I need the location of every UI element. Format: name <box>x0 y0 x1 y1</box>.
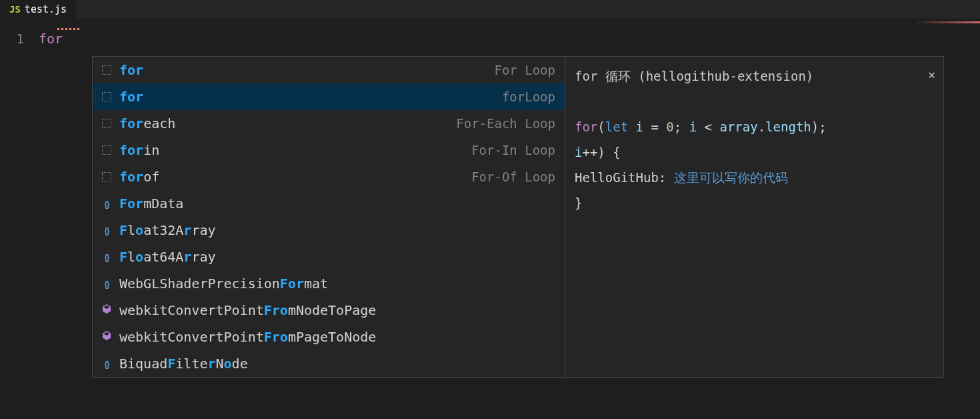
tab-filename: test.js <box>25 3 67 15</box>
tab-bar: JS test.js <box>0 0 980 19</box>
suggest-item[interactable]: { }BiquadFilterNode <box>93 350 565 377</box>
suggest-item-label: forin <box>119 142 471 158</box>
variable-icon: { } <box>105 359 109 369</box>
suggest-item-description: For-Each Loop <box>456 116 558 131</box>
suggest-list[interactable]: forFor LoopforforLoopforeachFor-Each Loo… <box>92 56 565 378</box>
suggest-item-label: foreach <box>119 115 456 131</box>
suggest-item-description: For-In Loop <box>471 143 558 157</box>
suggest-item[interactable]: webkitConvertPointFromPageToNode <box>93 324 565 350</box>
snippet-icon <box>102 92 111 101</box>
suggest-item-label: webkitConvertPointFromNodeToPage <box>119 302 558 318</box>
file-tab[interactable]: JS test.js <box>0 0 76 19</box>
suggest-item-description: For-Of Loop <box>471 169 558 184</box>
suggest-item-label: FormData <box>119 195 558 212</box>
js-file-icon: JS <box>9 4 21 15</box>
suggest-item-label: Float64Array <box>119 249 558 265</box>
suggest-details-title: for 循环 (hellogithub-extension) <box>575 63 934 89</box>
suggest-item-description: forLoop <box>502 89 558 104</box>
line-number-gutter: 1 <box>0 29 39 48</box>
error-squiggle <box>57 28 81 30</box>
suggest-item[interactable]: { }WebGLShaderPrecisionFormat <box>93 270 565 297</box>
suggest-item-description: For Loop <box>494 63 558 77</box>
suggest-item[interactable]: { }Float64Array <box>93 244 565 270</box>
function-icon <box>101 330 112 344</box>
snippet-icon <box>102 172 111 181</box>
typed-text: for <box>39 31 63 47</box>
function-icon <box>101 304 112 317</box>
suggest-item[interactable]: { }FormData <box>93 190 565 217</box>
suggest-item[interactable]: foreachFor-Each Loop <box>93 110 565 137</box>
editor[interactable]: 1 for <box>0 19 980 48</box>
suggest-item-label: for <box>119 62 494 78</box>
variable-icon: { } <box>105 199 109 209</box>
suggest-widget: forFor LoopforforLoopforeachFor-Each Loo… <box>92 56 944 378</box>
suggest-item[interactable]: webkitConvertPointFromNodeToPage <box>93 297 565 324</box>
suggest-item-label: forof <box>119 169 471 185</box>
snippet-icon <box>102 145 111 155</box>
code-line[interactable]: for <box>39 29 63 48</box>
suggest-item-label: WebGLShaderPrecisionFormat <box>119 276 558 292</box>
suggest-item-label: Float32Array <box>119 222 558 238</box>
suggest-item[interactable]: forFor Loop <box>93 57 565 83</box>
snippet-icon <box>102 119 111 128</box>
variable-icon: { } <box>105 279 109 289</box>
suggest-details-code: for(let i = 0; i < array.length); i++) {… <box>575 114 934 216</box>
suggest-item-label: BiquadFilterNode <box>119 356 558 372</box>
suggest-item[interactable]: { }Float32Array <box>93 217 565 244</box>
snippet-icon <box>102 65 111 75</box>
line-number: 1 <box>0 29 24 48</box>
suggest-item-label: webkitConvertPointFromPageToNode <box>119 329 558 345</box>
suggest-item[interactable]: forofFor-Of Loop <box>93 163 565 190</box>
variable-icon: { } <box>105 226 109 236</box>
suggest-details-panel: ✕ for 循环 (hellogithub-extension) for(let… <box>565 56 944 378</box>
suggest-item[interactable]: forinFor-In Loop <box>93 137 565 163</box>
suggest-item[interactable]: forforLoop <box>93 83 565 110</box>
variable-icon: { } <box>105 252 109 262</box>
suggest-item-label: for <box>119 89 502 105</box>
close-icon[interactable]: ✕ <box>928 62 935 87</box>
